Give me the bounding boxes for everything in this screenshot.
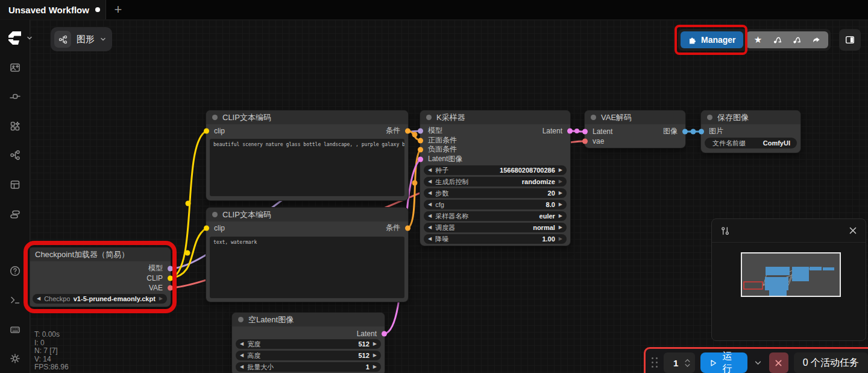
node-library-icon[interactable] [4,115,26,137]
batch-count-input[interactable]: 1 [664,352,695,373]
drag-handle[interactable] [652,357,658,368]
node-header[interactable]: VAE解码 [585,110,685,124]
increment-arrow-icon[interactable]: ▶ [559,191,562,196]
increment-arrow-icon[interactable]: ▶ [373,353,377,358]
layout-panel-icon[interactable] [4,174,26,196]
decrement-arrow-icon[interactable]: ◀ [428,202,432,207]
node-save-image[interactable]: 保存图像 图片 文件名前缀 ComfyUI [701,110,800,153]
prompt-textarea[interactable]: beautiful scenery nature glass bottle la… [210,139,404,196]
new-workflow-tab-button[interactable]: + [106,0,130,19]
widget-scheduler[interactable]: ◀ 调度器 normal ▶ [424,223,567,232]
collapse-dot[interactable] [707,115,712,120]
increment-arrow-icon[interactable]: ▶ [559,214,562,218]
decrement-arrow-icon[interactable]: ◀ [428,237,432,241]
collapse-dot[interactable] [212,115,218,120]
input-port-vae[interactable] [582,138,588,144]
output-port-conditioning[interactable] [405,128,410,133]
decrement-arrow-icon[interactable]: ◀ [428,214,432,218]
toggle-panel-button[interactable] [839,29,861,51]
output-port-model[interactable] [168,266,173,271]
input-port-image[interactable] [699,129,704,134]
input-port-latent[interactable] [582,129,588,134]
decrement-arrow-icon[interactable]: ◀ [240,365,244,369]
widget-cfg[interactable]: ◀ cfg 8.0 ▶ [424,200,567,209]
output-port-clip[interactable] [168,275,173,281]
node-header[interactable]: 保存图像 [701,110,800,124]
widget-height[interactable]: ◀ 高度 512 ▶ [236,351,381,360]
output-port-conditioning[interactable] [405,225,410,231]
output-port-latent[interactable] [567,128,573,133]
step-down-icon[interactable] [685,364,690,367]
run-options-dropdown[interactable] [753,352,764,373]
increment-arrow-icon[interactable]: ▶ [159,296,163,301]
input-port-negative[interactable] [418,147,423,152]
decrement-arrow-icon[interactable]: ◀ [428,168,432,173]
output-port-image[interactable] [682,129,688,134]
decrement-arrow-icon[interactable]: ◀ [428,225,432,230]
node-connection-icon[interactable] [4,86,26,107]
widget-steps[interactable]: ◀ 步数 20 ▶ [424,188,567,198]
increment-arrow-icon[interactable]: ▶ [559,168,562,173]
node-empty-latent-image[interactable]: 空Latent图像 Latent ◀ 宽度 512 ▶ ◀ 高度 512 ▶ ◀… [232,313,385,373]
bell-icon-alt[interactable] [787,31,807,48]
step-up-icon[interactable] [685,359,690,362]
widget-sampler-name[interactable]: ◀ 采样器名称 euler ▶ [424,211,567,221]
run-button[interactable]: 运行 [700,352,747,373]
increment-arrow-icon[interactable]: ▶ [559,179,562,184]
increment-arrow-icon[interactable]: ▶ [559,202,562,207]
close-icon[interactable] [849,226,857,235]
increment-arrow-icon[interactable]: ▶ [559,237,562,241]
help-icon[interactable] [4,260,26,282]
manager-button[interactable]: Manager [681,31,743,48]
star-icon[interactable]: ★ [749,31,768,48]
node-clip-text-encode-positive[interactable]: CLIP文本编码 clip 条件 beautiful scenery natur… [206,110,408,200]
widget-filename-prefix[interactable]: 文件名前缀 ComfyUI [705,138,797,148]
node-checkpoint-loader[interactable]: Checkpoint加载器（简易） 模型 CLIP VAE ◀ Checkpoi… [29,247,171,307]
widget-width[interactable]: ◀ 宽度 512 ▶ [236,339,381,349]
bell-icon[interactable] [768,31,787,48]
templates-icon[interactable] [4,203,26,225]
widget-ckpt-name[interactable]: ◀ Checkpoint... v1-5-pruned-emaonly.ckpt… [33,294,167,304]
decrement-arrow-icon[interactable]: ◀ [240,342,244,346]
decrement-arrow-icon[interactable]: ◀ [428,179,432,184]
terminal-icon[interactable] [4,289,26,311]
adjustments-icon[interactable] [720,226,731,236]
image-generate-icon[interactable] [4,57,26,78]
minimap-viewport[interactable] [741,252,841,297]
workflow-graph-icon[interactable] [4,144,26,166]
node-header[interactable]: CLIP文本编码 [206,110,408,124]
decrement-arrow-icon[interactable]: ◀ [37,296,40,301]
node-header[interactable]: K采样器 [420,110,570,124]
widget-control-after-generate[interactable]: ◀ 生成后控制 randomize ▶ [424,177,567,186]
output-port-latent[interactable] [382,331,387,336]
node-header[interactable]: CLIP文本编码 [206,208,408,222]
app-logo-menu[interactable] [6,29,33,47]
input-port-positive[interactable] [418,138,423,143]
widget-seed[interactable]: ◀ 种子 156680208700286 ▶ [424,165,567,175]
decrement-arrow-icon[interactable]: ◀ [240,353,244,358]
settings-gear-icon[interactable] [4,348,26,369]
collapse-dot[interactable] [212,212,218,217]
increment-arrow-icon[interactable]: ▶ [373,342,377,346]
node-ksampler[interactable]: K采样器 模型 Latent 正面条件 负面条件 Latent图像 ◀ 种子 1… [420,110,570,246]
input-port-latent-image[interactable] [418,156,423,162]
widget-batch-size[interactable]: ◀ 批量大小 1 ▶ [236,362,381,372]
widget-denoise[interactable]: ◀ 降噪 1.00 ▶ [424,234,567,244]
increment-arrow-icon[interactable]: ▶ [373,365,377,369]
workflow-tab[interactable]: Unsaved Workflow [0,0,106,19]
node-header[interactable]: 空Latent图像 [232,313,385,327]
collapse-dot[interactable] [591,115,596,120]
decrement-arrow-icon[interactable]: ◀ [428,191,432,196]
node-header[interactable]: Checkpoint加载器（简易） [29,247,171,261]
output-port-vae[interactable] [168,285,173,290]
collapse-dot[interactable] [238,317,244,322]
cancel-button[interactable] [769,352,788,373]
collapse-dot[interactable] [426,115,432,120]
keyboard-icon[interactable] [4,319,26,340]
node-vae-decode[interactable]: VAE解码 Latent 图像 vae [585,110,685,148]
prompt-textarea[interactable]: text, watermark [210,237,404,298]
share-arrow-icon[interactable] [807,31,826,48]
input-port-model[interactable] [418,128,423,133]
input-port-clip[interactable] [204,128,209,133]
input-port-clip[interactable] [204,225,209,231]
